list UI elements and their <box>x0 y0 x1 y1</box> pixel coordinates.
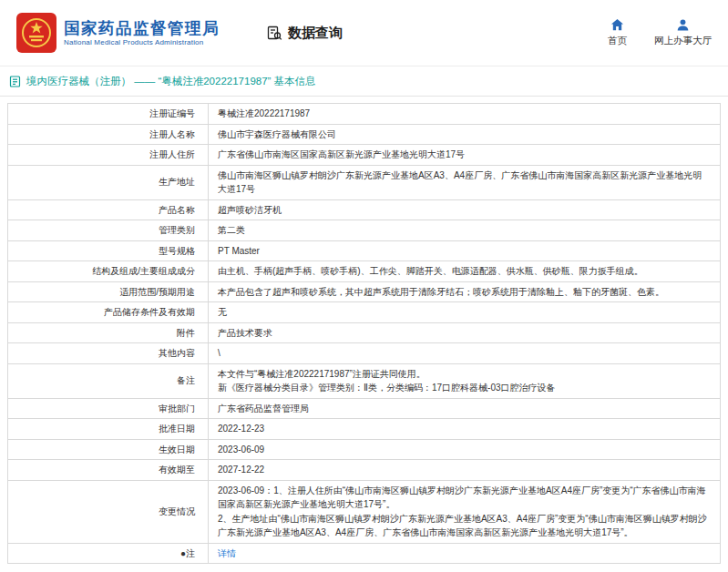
row-label: 注册人名称 <box>8 124 209 145</box>
table-row: 有效期至2027-12-22 <box>8 460 721 481</box>
row-label: 其他内容 <box>8 343 209 364</box>
row-value: 超声喷砂洁牙机 <box>209 199 721 220</box>
row-value: 佛山市宇森医疗器械有限公司 <box>209 124 721 145</box>
row-label: ●注 <box>8 543 209 564</box>
row-value: 产品技术要求 <box>209 322 721 343</box>
page-root: 国家药品监督管理局 National Medical Products Admi… <box>0 0 728 564</box>
row-label: 审批部门 <box>8 398 209 419</box>
table-row: 变更情况2023-06-09：1、注册人住所由“佛山市南海区狮山镇罗村朗沙广东新… <box>8 480 721 543</box>
data-query-tab[interactable]: 数据查询 <box>267 25 343 42</box>
row-value: 2027-12-22 <box>209 460 721 481</box>
row-value: 佛山市南海区狮山镇罗村朗沙广东新光源产业基地A区A3、A4座厂房、广东省佛山市南… <box>209 165 721 199</box>
row-value: 2023-06-09 <box>209 439 721 460</box>
top-nav: 首页 网上办事大厅 <box>608 18 715 47</box>
row-label: 变更情况 <box>8 480 209 543</box>
nav-service-hall-label: 网上办事大厅 <box>654 35 712 47</box>
breadcrumb-text: 境内医疗器械（注册） —— “粤械注准20222171987” 基本信息 <box>26 75 316 88</box>
page-icon <box>9 76 21 87</box>
table-row: 生产地址佛山市南海区狮山镇罗村朗沙广东新光源产业基地A区A3、A4座厂房、广东省… <box>8 165 721 199</box>
brand-logo[interactable]: 国家药品监督管理局 National Medical Products Admi… <box>16 13 220 53</box>
row-value: 粤械注准20222171987 <box>209 104 721 125</box>
table-row: 型号规格PT Master <box>8 240 721 261</box>
row-label: 附件 <box>8 322 209 343</box>
row-label: 批准日期 <box>8 419 209 440</box>
nav-service-hall[interactable]: 网上办事大厅 <box>654 18 712 47</box>
table-row: 注册证编号粤械注准20222171987 <box>8 104 721 125</box>
table-row: 产品储存条件及有效期无 <box>8 302 721 323</box>
row-label: 注册人住所 <box>8 145 209 166</box>
row-value: \ <box>209 343 721 364</box>
table-row: 管理类别第二类 <box>8 220 721 241</box>
table-row: 批准日期2022-12-23 <box>8 419 721 440</box>
table-row: 注册人住所广东省佛山市南海区国家高新区新光源产业基地光明大道17号 <box>8 145 721 166</box>
home-icon <box>610 18 624 32</box>
row-value: 详情 <box>209 543 721 564</box>
row-value: 由主机、手柄(超声手柄、喷砂手柄)、工作尖、脚踏开关、电源适配器、供水瓶、供砂瓶… <box>209 261 721 282</box>
row-label: 型号规格 <box>8 240 209 261</box>
row-label: 备注 <box>8 363 209 398</box>
row-value: 本文件与“粤械注准20222171987”注册证共同使用。 新《医疗器械分类目录… <box>209 363 721 398</box>
row-value: 广东省佛山市南海区国家高新区新光源产业基地光明大道17号 <box>209 145 721 166</box>
user-icon <box>676 18 690 32</box>
row-value: PT Master <box>209 240 721 261</box>
data-query-label: 数据查询 <box>288 25 343 42</box>
row-label: 生产地址 <box>8 165 209 199</box>
nav-home-label: 首页 <box>608 35 627 47</box>
row-label: 结构及组成/主要组成成分 <box>8 261 209 282</box>
table-row: 其他内容\ <box>8 343 721 364</box>
agency-name-en: National Medical Products Administration <box>64 38 220 46</box>
table-row: 产品名称超声喷砂洁牙机 <box>8 199 721 220</box>
table-row: 适用范围/预期用途本产品包含了超声和喷砂系统，其中超声系统用于清除牙结石；喷砂系… <box>8 281 721 302</box>
breadcrumb: 境内医疗器械（注册） —— “粤械注准20222171987” 基本信息 <box>0 66 728 97</box>
registration-info-table: 注册证编号粤械注准20222171987注册人名称佛山市宇森医疗器械有限公司注册… <box>7 103 721 564</box>
row-value: 2023-06-09：1、注册人住所由“佛山市南海区狮山镇罗村朗沙广东新光源产业… <box>209 480 721 543</box>
detail-link[interactable]: 详情 <box>218 548 236 558</box>
table-row: 审批部门广东省药品监督管理局 <box>8 398 721 419</box>
agency-name-cn: 国家药品监督管理局 <box>64 19 220 39</box>
row-value: 广东省药品监督管理局 <box>209 398 721 419</box>
table-row: 备注本文件与“粤械注准20222171987”注册证共同使用。 新《医疗器械分类… <box>8 363 721 398</box>
document-search-icon <box>267 26 282 41</box>
table-row: 生效日期2023-06-09 <box>8 439 721 460</box>
table-row: 结构及组成/主要组成成分由主机、手柄(超声手柄、喷砂手柄)、工作尖、脚踏开关、电… <box>8 261 721 282</box>
row-value: 无 <box>209 302 721 323</box>
table-row: 注册人名称佛山市宇森医疗器械有限公司 <box>8 124 721 145</box>
row-label: 有效期至 <box>8 460 209 481</box>
row-label: 生效日期 <box>8 439 209 460</box>
row-value: 第二类 <box>209 220 721 241</box>
row-value: 本产品包含了超声和喷砂系统，其中超声系统用于清除牙结石；喷砂系统用于清除釉上、釉… <box>209 281 721 302</box>
site-header: 国家药品监督管理局 National Medical Products Admi… <box>0 0 728 66</box>
row-label: 注册证编号 <box>8 104 209 125</box>
row-label: 产品储存条件及有效期 <box>8 302 209 323</box>
table-row: ●注详情 <box>8 543 721 564</box>
nmpa-emblem-icon <box>16 13 56 53</box>
row-value: 2022-12-23 <box>209 419 721 440</box>
row-label: 管理类别 <box>8 220 209 241</box>
nav-home[interactable]: 首页 <box>608 18 627 47</box>
table-row: 附件产品技术要求 <box>8 322 721 343</box>
row-label: 产品名称 <box>8 199 209 220</box>
row-label: 适用范围/预期用途 <box>8 281 209 302</box>
brand-text: 国家药品监督管理局 National Medical Products Admi… <box>64 19 220 47</box>
